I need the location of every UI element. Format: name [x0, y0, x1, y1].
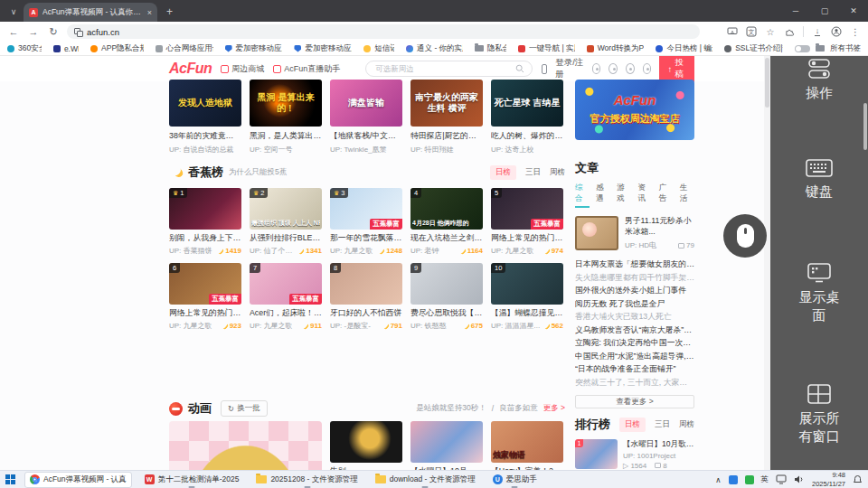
tab-threeday[interactable]: 三日 [525, 167, 541, 178]
tab-threeday[interactable]: 三日 [655, 419, 670, 430]
banner-card[interactable]: 发现人造地狱 38年前的灾难竟是一场“人造... UP: 自说自话的总裁 [169, 80, 241, 155]
bookmark-item[interactable]: 360安全云 [7, 43, 42, 54]
banner-thumbnail[interactable]: 死亡星球 吉纳星 [491, 80, 563, 127]
minimize-button[interactable]: ─ [781, 0, 810, 22]
featured-article[interactable]: 男子11.11元秒杀小米冰箱... UP: HD电79 [575, 216, 694, 250]
bookmark-item[interactable]: e.WEB [53, 44, 79, 53]
tab-daily[interactable]: 日榜 [619, 418, 646, 432]
network-icon[interactable] [776, 474, 787, 484]
video-card[interactable]: 7五蕉暴富 Acer们，起床啦！！！欢乐八 UP: 九星之歌911 [250, 263, 322, 331]
bookmark-item[interactable]: 爱加密移动应用安... [294, 43, 352, 54]
tab-weekly[interactable]: 周榜 [550, 167, 565, 178]
banner-card[interactable]: 南宁最火的两家生料 横评 特田探店|厨艺的影响到底有... UP: 特田翔娃 [410, 80, 483, 155]
video-thumbnail[interactable]: 7五蕉暴富 [250, 263, 322, 305]
search-icon[interactable] [515, 64, 524, 73]
location-icon[interactable] [643, 63, 652, 74]
taskbar-app-chrome[interactable]: AcFun弹幕视频网 - 认真 [24, 472, 132, 488]
clock[interactable]: 9:48 2025/11/27 [812, 471, 845, 488]
login-link[interactable]: 登录/注册 [555, 57, 583, 80]
article-tab[interactable]: 广告 [659, 183, 674, 208]
live-helper-link[interactable]: AcFun直播助手 [273, 63, 340, 75]
sidebar-item-show-desktop[interactable]: 显示桌面 [770, 262, 868, 325]
mall-link[interactable]: 周边商城 [221, 63, 264, 75]
refresh-icon[interactable]: ↻ [47, 26, 60, 38]
tray-app-icon[interactable] [729, 475, 738, 484]
article-item[interactable]: 国外很火的送外卖小姐上门事件 [575, 284, 694, 297]
more-link[interactable]: 更多 > [543, 403, 565, 414]
input-language-indicator[interactable]: 英 [761, 474, 769, 485]
acfun-logo[interactable]: AcFun [169, 61, 212, 77]
extensions-icon[interactable] [784, 26, 795, 37]
search-input[interactable] [373, 63, 515, 74]
video-thumbnail[interactable]: 5五蕉暴富 [491, 188, 563, 230]
banner-card[interactable]: 死亡星球 吉纳星 吃人的树、爆炸的花、死亡... UP: 达奇上校 [491, 80, 563, 155]
scrollbar-thumb[interactable] [765, 58, 769, 108]
start-button[interactable] [5, 474, 16, 485]
search-box[interactable] [365, 61, 533, 77]
article-item[interactable]: “日本的战争准备正全面铺开” [575, 362, 694, 376]
taobao-shop-ad[interactable]: AcFun 官方授权周边淘宝店 [575, 80, 694, 140]
article-item[interactable]: 义乌教师发言否认“南京大屠杀”被停职, 移民日... [575, 324, 694, 337]
profile-icon[interactable] [831, 26, 842, 37]
video-card[interactable]: 9 费尽心思取悦我【今天有什么 UP: 铁憨憨675 [410, 263, 483, 331]
article-item[interactable]: 阅历无数 死了我也是全尸 [575, 297, 694, 311]
history-icon[interactable] [609, 63, 618, 74]
mobile-app-icon[interactable] [542, 64, 547, 74]
video-thumbnail[interactable]: ♛3五蕉暴富 [330, 188, 402, 230]
page-scrollbar[interactable] [764, 56, 770, 470]
article-tab[interactable]: 游戏 [617, 183, 631, 208]
bookmarks-toggle[interactable] [795, 45, 810, 52]
bookmark-item[interactable]: 爱加密移动应用个... [225, 43, 283, 54]
video-card[interactable]: ♛3五蕉暴富 那一年的雪花飘落！★手机壁 UP: 九星之歌1248 [330, 188, 402, 256]
video-thumbnail[interactable]: 6五蕉暴富 [169, 263, 241, 305]
video-card[interactable]: 烛家物语 【Hazy】完美！20251125 ▷ 2920 [491, 421, 563, 470]
all-bookmarks-label[interactable]: 所有书签 [830, 43, 861, 54]
video-card[interactable]: ♛1 别闹，从我身上下来！ UP: 香菜猫饼1419 [169, 188, 241, 256]
article-thumbnail[interactable] [575, 216, 618, 250]
back-icon[interactable]: ← [7, 26, 20, 37]
tab-weekly[interactable]: 周榜 [679, 419, 694, 430]
translate-icon[interactable]: 文 [746, 26, 757, 37]
taskbar-app-explorer[interactable]: 20251208 - 文件资源管理 [251, 473, 362, 487]
banana-subtitle[interactable]: 为什么只能投5蕉 [229, 167, 287, 178]
tray-expand-icon[interactable]: ∧ [715, 475, 721, 484]
taskbar-app-aisi[interactable]: U 爱思助手 [488, 473, 542, 487]
forward-icon[interactable]: → [27, 26, 40, 37]
sidebar-scrollbar-thumb[interactable] [863, 103, 867, 150]
banner-thumbnail[interactable]: 发现人造地狱 [169, 80, 241, 127]
sidebar-item-keyboard[interactable]: 键盘 [770, 158, 868, 201]
ranking-item[interactable]: 1 【水曜日】10月歌回录像合辑 UP: 1001Project ▷ 15648 [575, 439, 694, 470]
anime-link[interactable]: 是站娘就坚持30秒！ [416, 403, 486, 414]
video-card[interactable]: 44月28日 他俩咋想的 现在入坑格兰之剑还来得及 UP: 老钟1164 [410, 188, 483, 256]
article-item[interactable]: 失火隐患哪里都有四千竹脚手架工反而更重要! [575, 271, 694, 285]
bookmark-item[interactable]: 通义 - 你的实用AI... [406, 43, 463, 54]
banner-thumbnail[interactable]: 南宁最火的两家生料 横评 [410, 80, 483, 127]
bookmark-folder[interactable]: 隐私合规 [475, 43, 506, 54]
url-bar[interactable]: acfun.cn [67, 24, 700, 39]
article-item[interactable]: 立陶宛: 我们决定再给中国一次机会, 望中方... [575, 336, 694, 350]
video-card[interactable]: 6五蕉暴富 网络上常见的热门短视频串烧 UP: 九星之歌923 [169, 263, 241, 331]
article-item[interactable]: 日本网友票选「想要做女朋友的角色 2025 ;Bes... [575, 258, 694, 271]
video-thumbnail[interactable]: ♛1 [169, 188, 241, 230]
view-more-button[interactable]: 查看更多 > [575, 395, 694, 408]
sidebar-item-actions[interactable]: 操作 [770, 58, 868, 102]
banner-card[interactable]: 满盘皆输 【地狱客栈/中文填词】满盘皆... UP: Twinkle_凰篥 [330, 80, 402, 155]
video-card[interactable]: 10 【温】蝴蝶忍撞见童磨就这样！ UP: 温温温星...562 [491, 263, 563, 331]
article-item[interactable]: 香港大埔火灾已致13人死亡 [575, 310, 694, 324]
anime-link[interactable]: 良苗多如意 [499, 403, 538, 414]
video-thumbnail[interactable] [330, 421, 402, 463]
article-item[interactable]: 中国民企用“水泥”造出高超导弹, 射程覆盖日本... [575, 350, 694, 363]
bookmark-item[interactable]: 短信记录 [363, 43, 394, 54]
video-thumbnail[interactable]: 10 [491, 263, 563, 305]
article-tab[interactable]: 生活 [680, 183, 694, 208]
message-icon[interactable] [592, 63, 601, 74]
new-tab-button[interactable]: + [166, 5, 173, 18]
video-thumbnail[interactable]: 9 [410, 263, 483, 305]
article-tab[interactable]: 综合 [575, 183, 590, 208]
maximize-button[interactable]: ▢ [810, 0, 839, 22]
tab-daily[interactable]: 日榜 [490, 165, 516, 180]
tray-app-icon[interactable] [745, 475, 754, 484]
video-card[interactable]: ♛2最强组织 顶级 人上人 NPC 从强到拉排行BLEACH五大组 UP: 仙了… [250, 188, 322, 256]
anime-title[interactable]: 动画 [188, 400, 212, 417]
article-tab[interactable]: 感遇 [596, 183, 610, 208]
